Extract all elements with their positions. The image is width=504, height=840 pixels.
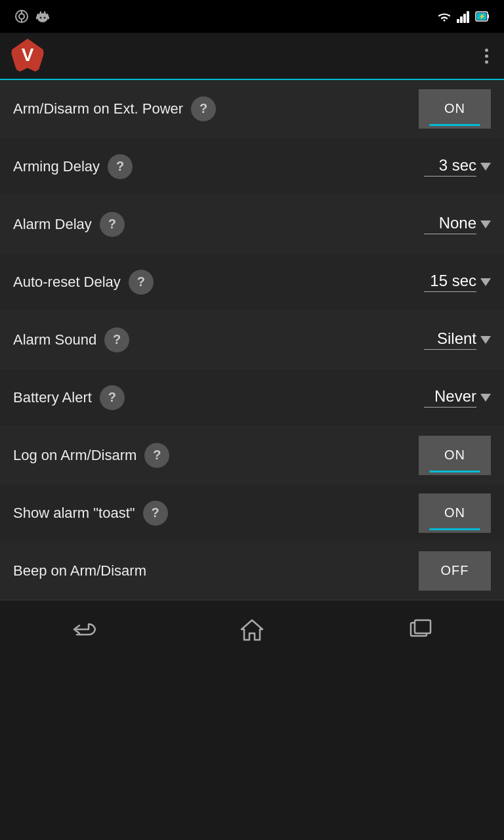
help-button-arming-delay[interactable]: ? bbox=[108, 154, 133, 179]
signal-icon bbox=[457, 10, 471, 23]
android-icon bbox=[35, 9, 50, 24]
dropdown-arrow-icon bbox=[480, 394, 491, 402]
dropdown-value-battery-alert: Never bbox=[424, 387, 476, 408]
question-mark-icon: ? bbox=[108, 217, 116, 232]
svg-rect-24 bbox=[415, 620, 430, 633]
setting-row-arming-delay: Arming Delay?3 sec bbox=[0, 138, 504, 196]
back-button[interactable] bbox=[58, 610, 110, 649]
setting-row-arm-disarm-power: Arm/Disarm on Ext. Power?ON bbox=[0, 80, 504, 138]
svg-rect-14 bbox=[460, 16, 463, 23]
wifi-icon bbox=[436, 10, 453, 23]
svg-point-1 bbox=[19, 14, 24, 19]
svg-rect-16 bbox=[467, 11, 469, 23]
dropdown-arming-delay[interactable]: 3 sec bbox=[424, 156, 491, 177]
recents-icon bbox=[408, 619, 432, 640]
app-bar: V bbox=[0, 33, 504, 80]
target-icon bbox=[14, 9, 29, 24]
question-mark-icon: ? bbox=[200, 101, 207, 116]
status-bar: ⚡ bbox=[0, 0, 504, 33]
setting-text-arming-delay: Arming Delay bbox=[13, 158, 100, 175]
help-button-arm-disarm-power[interactable]: ? bbox=[191, 96, 216, 121]
svg-marker-22 bbox=[242, 620, 262, 640]
toggle-label-log-arm-disarm: ON bbox=[444, 448, 465, 463]
setting-text-alarm-delay: Alarm Delay bbox=[13, 216, 92, 233]
setting-text-log-arm-disarm: Log on Arm/Disarm bbox=[13, 447, 136, 464]
svg-text:⚡: ⚡ bbox=[478, 12, 486, 20]
dropdown-alarm-delay[interactable]: None bbox=[424, 214, 491, 234]
svg-rect-18 bbox=[488, 14, 489, 18]
setting-row-battery-alert: Battery Alert?Never bbox=[0, 369, 504, 427]
dot3 bbox=[485, 60, 488, 64]
setting-row-alarm-sound: Alarm Sound?Silent bbox=[0, 311, 504, 369]
svg-point-12 bbox=[44, 11, 45, 12]
svg-rect-13 bbox=[457, 19, 459, 23]
dropdown-arrow-icon bbox=[480, 163, 491, 171]
dropdown-auto-reset-delay[interactable]: 15 sec bbox=[424, 272, 491, 292]
setting-row-beep-arm-disarm: Beep on Arm/DisarmOFF bbox=[0, 542, 504, 600]
question-mark-icon: ? bbox=[137, 274, 145, 289]
question-mark-icon: ? bbox=[151, 505, 159, 520]
recents-button[interactable] bbox=[394, 610, 446, 649]
dot1 bbox=[485, 49, 488, 52]
dropdown-arrow-icon bbox=[480, 336, 491, 344]
setting-row-alarm-delay: Alarm Delay?None bbox=[0, 196, 504, 253]
setting-label-log-arm-disarm: Log on Arm/Disarm? bbox=[13, 443, 419, 468]
question-mark-icon: ? bbox=[116, 159, 124, 174]
svg-text:V: V bbox=[22, 45, 34, 65]
setting-text-arm-disarm-power: Arm/Disarm on Ext. Power bbox=[13, 100, 183, 117]
dropdown-alarm-sound[interactable]: Silent bbox=[424, 329, 491, 350]
app-logo: V bbox=[10, 39, 45, 73]
setting-label-beep-arm-disarm: Beep on Arm/Disarm bbox=[13, 562, 419, 579]
dropdown-value-alarm-delay: None bbox=[424, 214, 476, 234]
setting-label-battery-alert: Battery Alert? bbox=[13, 385, 424, 410]
svg-point-8 bbox=[44, 17, 46, 19]
svg-rect-15 bbox=[463, 14, 466, 23]
setting-label-alarm-delay: Alarm Delay? bbox=[13, 212, 424, 237]
question-mark-icon: ? bbox=[113, 332, 121, 347]
dropdown-battery-alert[interactable]: Never bbox=[424, 387, 491, 408]
help-button-show-alarm-toast[interactable]: ? bbox=[143, 501, 168, 526]
setting-label-auto-reset-delay: Auto-reset Delay? bbox=[13, 270, 424, 295]
back-icon bbox=[70, 620, 98, 639]
setting-label-arming-delay: Arming Delay? bbox=[13, 154, 424, 179]
more-vert-button[interactable] bbox=[480, 43, 494, 69]
help-button-alarm-sound[interactable]: ? bbox=[104, 327, 129, 352]
svg-point-11 bbox=[40, 11, 41, 12]
toggle-label-beep-arm-disarm: OFF bbox=[441, 563, 469, 578]
setting-row-show-alarm-toast: Show alarm "toast"?ON bbox=[0, 484, 504, 542]
help-button-auto-reset-delay[interactable]: ? bbox=[129, 270, 154, 295]
setting-label-alarm-sound: Alarm Sound? bbox=[13, 327, 424, 352]
settings-list: Arm/Disarm on Ext. Power?ONArming Delay?… bbox=[0, 80, 504, 600]
toggle-log-arm-disarm[interactable]: ON bbox=[419, 436, 491, 475]
dropdown-value-alarm-sound: Silent bbox=[424, 329, 476, 350]
toggle-label-arm-disarm-power: ON bbox=[444, 101, 465, 116]
toggle-arm-disarm-power[interactable]: ON bbox=[419, 89, 491, 129]
setting-row-auto-reset-delay: Auto-reset Delay?15 sec bbox=[0, 253, 504, 311]
question-mark-icon: ? bbox=[153, 448, 161, 463]
dot2 bbox=[485, 54, 488, 58]
battery-icon: ⚡ bbox=[475, 10, 490, 23]
setting-text-beep-arm-disarm: Beep on Arm/Disarm bbox=[13, 562, 146, 579]
setting-text-battery-alert: Battery Alert bbox=[13, 389, 92, 406]
toggle-beep-arm-disarm[interactable]: OFF bbox=[419, 551, 491, 591]
toggle-show-alarm-toast[interactable]: ON bbox=[419, 494, 491, 533]
home-button[interactable] bbox=[226, 610, 278, 649]
toggle-label-show-alarm-toast: ON bbox=[444, 505, 465, 520]
setting-label-arm-disarm-power: Arm/Disarm on Ext. Power? bbox=[13, 96, 419, 121]
home-icon bbox=[240, 618, 264, 641]
dropdown-value-auto-reset-delay: 15 sec bbox=[424, 272, 476, 292]
dropdown-arrow-icon bbox=[480, 278, 491, 286]
setting-text-alarm-sound: Alarm Sound bbox=[13, 331, 96, 348]
setting-label-show-alarm-toast: Show alarm "toast"? bbox=[13, 501, 419, 526]
setting-text-show-alarm-toast: Show alarm "toast" bbox=[13, 505, 135, 522]
setting-text-auto-reset-delay: Auto-reset Delay bbox=[13, 274, 121, 291]
help-button-alarm-delay[interactable]: ? bbox=[100, 212, 125, 237]
toggle-indicator-beep-arm-disarm bbox=[430, 586, 480, 588]
bottom-nav bbox=[0, 600, 504, 658]
svg-point-7 bbox=[40, 17, 42, 19]
toggle-indicator-show-alarm-toast bbox=[430, 528, 480, 530]
question-mark-icon: ? bbox=[108, 390, 116, 405]
setting-row-log-arm-disarm: Log on Arm/Disarm?ON bbox=[0, 427, 504, 484]
help-button-battery-alert[interactable]: ? bbox=[100, 385, 125, 410]
help-button-log-arm-disarm[interactable]: ? bbox=[144, 443, 169, 468]
